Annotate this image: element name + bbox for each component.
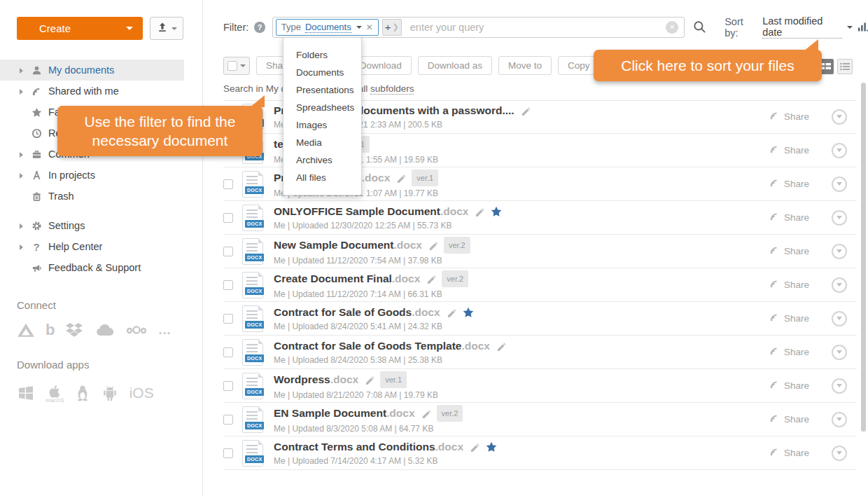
vertical-scrollbar[interactable]	[861, 83, 866, 432]
rename-pencil-icon[interactable]	[426, 275, 435, 284]
list-view-button[interactable]	[837, 59, 853, 74]
row-actions-menu[interactable]	[832, 412, 847, 427]
row-actions-menu[interactable]	[832, 143, 847, 158]
expand-arrow-icon[interactable]	[20, 149, 29, 160]
share-button[interactable]: Share	[769, 111, 809, 123]
row-actions-menu[interactable]	[832, 378, 847, 394]
sidebar-item-shared-with-me[interactable]: Shared with me	[0, 81, 184, 102]
filter-option-images[interactable]: Images	[284, 116, 361, 134]
query-placeholder[interactable]: enter your query	[410, 22, 484, 33]
rename-pencil-icon[interactable]	[521, 106, 530, 116]
row-checkbox[interactable]	[223, 415, 233, 425]
favorite-star-icon[interactable]	[491, 206, 502, 217]
sidebar-item-help-center[interactable]: ?Help Center	[0, 236, 184, 257]
row-actions-menu[interactable]	[832, 311, 847, 326]
search-icon[interactable]	[693, 20, 706, 34]
rename-pencil-icon[interactable]	[447, 308, 456, 317]
row-checkbox[interactable]	[223, 448, 233, 458]
favorite-star-icon[interactable]	[463, 307, 474, 318]
row-checkbox[interactable]	[223, 280, 233, 290]
filter-option-archives[interactable]: Archives	[284, 151, 361, 169]
upload-button[interactable]	[150, 17, 183, 40]
row-actions-menu[interactable]	[832, 244, 847, 259]
share-button[interactable]: Share	[769, 279, 809, 291]
filter-option-all-files[interactable]: All files	[284, 169, 361, 186]
select-all-control[interactable]	[223, 57, 250, 75]
share-button[interactable]: Share	[769, 212, 809, 223]
row-checkbox[interactable]	[223, 381, 233, 391]
macos-icon[interactable]: macOS	[46, 382, 64, 404]
share-button[interactable]: Share	[769, 245, 809, 257]
row-checkbox[interactable]	[223, 179, 233, 189]
row-actions-menu[interactable]	[832, 109, 847, 125]
expand-arrow-icon[interactable]	[20, 170, 29, 181]
share-button[interactable]: Share	[769, 447, 809, 459]
file-name[interactable]: Create Document Final	[274, 272, 392, 286]
search-scope-subfolders-link[interactable]: subfolders	[370, 83, 414, 95]
row-actions-menu[interactable]	[832, 345, 847, 360]
share-button[interactable]: Share	[769, 312, 809, 324]
chevron-down-icon[interactable]	[356, 26, 362, 29]
filter-option-media[interactable]: Media	[284, 134, 361, 151]
file-name[interactable]: Contract for Sale of Goods Template	[274, 339, 461, 353]
dropbox-icon[interactable]	[65, 322, 83, 338]
share-button[interactable]: Share	[769, 178, 809, 190]
expand-arrow-icon[interactable]	[20, 85, 29, 97]
toolbar-move-to-button[interactable]: Move to	[498, 56, 552, 75]
windows-icon[interactable]	[17, 385, 35, 401]
sort-value[interactable]: Last modified date	[762, 15, 842, 39]
row-checkbox[interactable]	[223, 314, 233, 324]
rename-pencil-icon[interactable]	[396, 174, 405, 183]
sidebar-item-in-projects[interactable]: In projects	[0, 165, 184, 186]
filter-option-documents[interactable]: Documents	[284, 64, 361, 81]
filter-chip-value[interactable]: Documents	[305, 22, 351, 33]
share-button[interactable]: Share	[769, 144, 809, 156]
rename-pencil-icon[interactable]	[421, 409, 430, 418]
row-checkbox[interactable]	[223, 347, 233, 357]
rename-pencil-icon[interactable]	[496, 342, 505, 351]
sidebar-item-feedback-support[interactable]: Feedback & Support	[0, 257, 184, 278]
android-icon[interactable]	[101, 384, 119, 402]
row-actions-menu[interactable]	[832, 277, 847, 293]
row-actions-menu[interactable]	[832, 210, 847, 226]
onedrive-icon[interactable]	[94, 323, 115, 337]
rename-pencil-icon[interactable]	[428, 241, 438, 250]
row-actions-menu[interactable]	[832, 177, 847, 192]
favorite-star-icon[interactable]	[486, 441, 497, 453]
toolbar-download-as-button[interactable]: Download as	[418, 56, 492, 75]
row-checkbox[interactable]	[223, 247, 233, 256]
sidebar-item-settings[interactable]: Settings	[0, 215, 184, 236]
file-name[interactable]: New Sample Document	[274, 238, 393, 252]
share-button[interactable]: Share	[769, 346, 809, 358]
sort-direction-icon[interactable]	[858, 22, 868, 32]
share-button[interactable]: Share	[769, 380, 809, 392]
select-all-checkbox[interactable]	[227, 61, 237, 71]
expand-arrow-icon[interactable]	[20, 64, 29, 76]
file-name[interactable]: Contract Terms and Conditions	[274, 440, 435, 454]
rename-pencil-icon[interactable]	[470, 443, 479, 452]
help-icon[interactable]: ?	[254, 22, 265, 33]
filter-option-presentations[interactable]: Presentations	[284, 81, 361, 99]
nextcloud-icon[interactable]	[125, 323, 148, 337]
box-icon[interactable]: b	[46, 323, 55, 337]
add-filter-button[interactable]: +❯	[382, 19, 402, 36]
google-drive-icon[interactable]	[17, 322, 35, 338]
sidebar-item-my-documents[interactable]: My documents	[0, 60, 184, 81]
row-checkbox[interactable]	[223, 213, 233, 223]
file-name[interactable]: ONLYOFFICE Sample Document	[274, 205, 440, 219]
file-name[interactable]: Wordpress	[274, 373, 330, 387]
chevron-down-icon[interactable]	[240, 64, 246, 67]
row-actions-menu[interactable]	[832, 446, 847, 461]
chevron-down-icon[interactable]	[847, 26, 853, 29]
sidebar-item-trash[interactable]: Trash	[0, 186, 184, 207]
filter-search-field[interactable]: Type Documents ✕ +❯ enter your query ✕	[272, 17, 685, 38]
file-name[interactable]: Contract for Sale of Goods	[274, 305, 412, 319]
expand-arrow-icon[interactable]	[20, 220, 29, 231]
linux-icon[interactable]	[75, 384, 90, 402]
ios-icon[interactable]: iOS	[130, 385, 154, 401]
clear-search-icon[interactable]: ✕	[666, 21, 678, 34]
remove-filter-icon[interactable]: ✕	[366, 22, 373, 32]
share-button[interactable]: Share	[769, 413, 809, 425]
more-icon[interactable]: ...	[158, 323, 171, 337]
expand-arrow-icon[interactable]	[20, 241, 29, 252]
